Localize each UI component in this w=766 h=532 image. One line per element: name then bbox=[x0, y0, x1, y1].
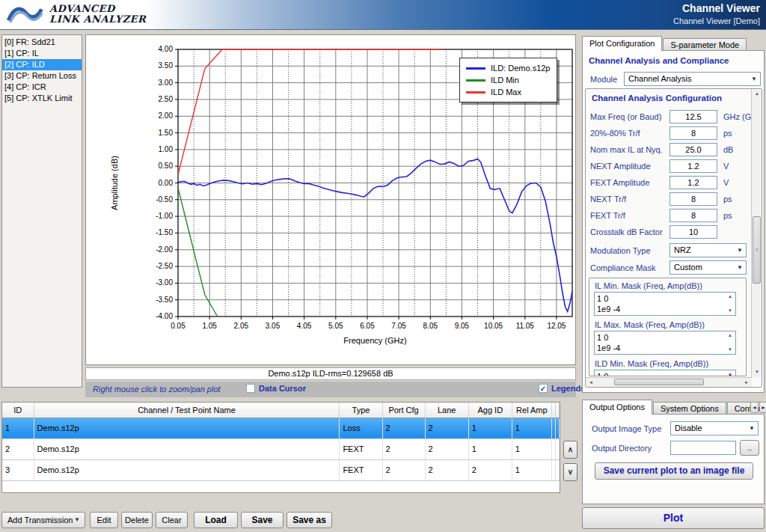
field-input[interactable] bbox=[670, 126, 717, 140]
table-cell[interactable]: Demo.s12p bbox=[34, 459, 340, 480]
move-down-button[interactable]: ∨ bbox=[563, 463, 577, 481]
table-cell[interactable]: Demo.s12p bbox=[34, 418, 340, 438]
tab-scroll-left-icon[interactable]: ◄ bbox=[750, 402, 759, 413]
config-horizontal-scrollbar[interactable]: ◄ ► bbox=[586, 377, 752, 387]
list-item[interactable]: [0] FR: Sdd21 bbox=[2, 37, 82, 48]
list-item[interactable]: [2] CP: ILD bbox=[2, 59, 82, 70]
table-cell[interactable]: 1 bbox=[512, 418, 551, 438]
table-cell[interactable]: FEXT bbox=[340, 438, 382, 459]
table-cell[interactable]: 1 bbox=[468, 418, 512, 438]
module-label: Module bbox=[590, 75, 617, 84]
table-header-cell[interactable]: ID bbox=[2, 403, 34, 418]
scroll-down-icon[interactable]: ▼ bbox=[752, 367, 762, 377]
table-row[interactable]: 1Demo.s12pLoss2211 bbox=[2, 418, 560, 438]
config-vertical-scrollbar[interactable]: ▲ ≡ ▼ bbox=[751, 89, 762, 377]
svg-text:1.00: 1.00 bbox=[159, 145, 174, 153]
table-header-cell[interactable]: Channel / Test Point Name bbox=[34, 403, 340, 418]
checkbox-box-icon[interactable] bbox=[246, 384, 255, 393]
table-cell[interactable]: 2 bbox=[382, 459, 425, 480]
mask-input[interactable]: 1 0 1e9 -4 bbox=[594, 331, 736, 355]
svg-text:-2.00: -2.00 bbox=[156, 245, 173, 254]
clear-button[interactable]: Clear bbox=[156, 512, 188, 528]
field-input[interactable] bbox=[670, 209, 717, 222]
field-input[interactable] bbox=[670, 192, 717, 206]
spinner-down-icon[interactable]: ▼ bbox=[725, 373, 735, 376]
scroll-left-icon[interactable]: ◄ bbox=[586, 378, 596, 388]
modulation-type-select[interactable]: NRZ▼ bbox=[670, 243, 747, 257]
table-cell[interactable]: Loss bbox=[340, 418, 382, 438]
table-cell[interactable]: 2 bbox=[382, 438, 425, 459]
svg-text:12.05: 12.05 bbox=[547, 322, 566, 330]
table-cell[interactable]: Demo.s12p bbox=[34, 438, 340, 459]
scroll-thumb[interactable] bbox=[614, 379, 704, 385]
scroll-right-icon[interactable]: ► bbox=[741, 378, 752, 388]
list-item[interactable]: [1] CP: IL bbox=[2, 48, 82, 59]
save-plot-image-button[interactable]: Save current plot to an image file bbox=[595, 462, 753, 480]
tab-plot-configuration[interactable]: Plot Configuration bbox=[582, 36, 662, 51]
table-cell[interactable]: 2 bbox=[382, 418, 425, 438]
svg-text:2.00: 2.00 bbox=[159, 111, 174, 120]
tab-scroll-right-icon[interactable]: ► bbox=[759, 402, 766, 413]
chevron-down-icon: ▼ bbox=[74, 513, 80, 528]
spinner-down-icon[interactable]: ▼ bbox=[725, 308, 735, 313]
chevron-down-icon: ▼ bbox=[751, 73, 757, 85]
edit-button[interactable]: Edit bbox=[90, 512, 118, 528]
save-button[interactable]: Save bbox=[241, 512, 284, 528]
channel-table[interactable]: IDChannel / Test Point NameTypePort CfgL… bbox=[2, 403, 560, 481]
legends-checkbox[interactable]: ✓ Legends bbox=[539, 384, 585, 393]
compliance-mask-select[interactable]: Custom▼ bbox=[670, 260, 747, 275]
output-directory-input[interactable] bbox=[670, 441, 736, 455]
table-cell[interactable]: 2 bbox=[468, 459, 512, 480]
tab-s-parameter-mode[interactable]: S-parameter Mode bbox=[663, 38, 747, 51]
table-cell[interactable]: 2 bbox=[2, 438, 34, 459]
tab-system-options[interactable]: System Options bbox=[653, 402, 726, 415]
load-button[interactable]: Load bbox=[194, 512, 238, 528]
save-as-button[interactable]: Save as bbox=[287, 512, 332, 528]
scroll-up-icon[interactable]: ▲ bbox=[752, 89, 762, 99]
table-header-cell[interactable]: Type bbox=[340, 403, 382, 418]
table-header-cell[interactable]: Port Cfg bbox=[382, 403, 425, 418]
module-select[interactable]: Channel Analysis ▼ bbox=[624, 72, 761, 86]
delete-button[interactable]: Delete bbox=[121, 512, 153, 528]
table-header-cell[interactable]: Lane bbox=[425, 403, 468, 418]
list-item[interactable]: [3] CP: Return Loss bbox=[2, 70, 82, 82]
add-transmission-dropdown[interactable]: Add Transmission ▼ bbox=[1, 512, 85, 528]
list-item[interactable]: [4] CP: ICR bbox=[2, 82, 82, 93]
table-header-cell[interactable]: Rel Amp bbox=[512, 403, 551, 418]
table-cell[interactable]: 2 bbox=[425, 438, 468, 459]
move-up-button[interactable]: ∧ bbox=[563, 441, 577, 459]
tab-output-options[interactable]: Output Options bbox=[582, 400, 652, 415]
data-cursor-checkbox[interactable]: Data Cursor bbox=[246, 384, 306, 393]
field-input[interactable] bbox=[670, 225, 717, 239]
table-header-cell[interactable]: Agg ID bbox=[468, 403, 512, 418]
table-row[interactable]: 2Demo.s12pFEXT2211 bbox=[2, 438, 560, 459]
table-cell[interactable]: FEXT bbox=[340, 459, 382, 480]
table-cell[interactable]: 1 bbox=[2, 418, 34, 438]
mask-input[interactable]: 1 0 1e9 -4 bbox=[594, 292, 736, 316]
signal-list[interactable]: [0] FR: Sdd21[1] CP: IL[2] CP: ILD[3] CP… bbox=[1, 34, 82, 388]
scroll-thumb[interactable]: ≡ bbox=[753, 216, 761, 284]
plot-panel[interactable]: -4.00-3.50-3.00-2.50-2.00-1.50-1.00-0.50… bbox=[85, 34, 576, 365]
table-cell[interactable]: 1 bbox=[512, 438, 551, 459]
table-cell[interactable]: 1 bbox=[512, 459, 551, 480]
mask-input[interactable]: 1 0 bbox=[594, 370, 736, 376]
browse-button[interactable]: .. bbox=[740, 440, 759, 456]
field-input[interactable] bbox=[670, 110, 717, 123]
plot-button[interactable]: Plot bbox=[582, 507, 765, 529]
table-row[interactable]: 3Demo.s12pFEXT2221 bbox=[2, 459, 560, 480]
output-image-type-select[interactable]: Disable ▼ bbox=[670, 421, 759, 435]
field-input[interactable] bbox=[670, 159, 717, 173]
table-cell[interactable]: 2 bbox=[425, 459, 468, 480]
spinner-up-icon[interactable]: ▲ bbox=[725, 333, 735, 337]
field-input[interactable] bbox=[670, 143, 717, 156]
table-cell[interactable]: 2 bbox=[425, 418, 468, 438]
table-cell[interactable]: 3 bbox=[2, 459, 34, 480]
list-item[interactable]: [5] CP: XTLK Limit bbox=[2, 93, 82, 104]
table-cell[interactable]: 1 bbox=[468, 438, 512, 459]
field-input[interactable] bbox=[670, 176, 717, 189]
config-field-row: Crosstalk dB Factor bbox=[586, 225, 751, 240]
spinner-up-icon[interactable]: ▲ bbox=[725, 294, 735, 299]
field-label: FEXT Tr/f bbox=[590, 211, 625, 220]
spinner-down-icon[interactable]: ▼ bbox=[725, 347, 735, 352]
check-icon[interactable]: ✓ bbox=[539, 384, 548, 393]
